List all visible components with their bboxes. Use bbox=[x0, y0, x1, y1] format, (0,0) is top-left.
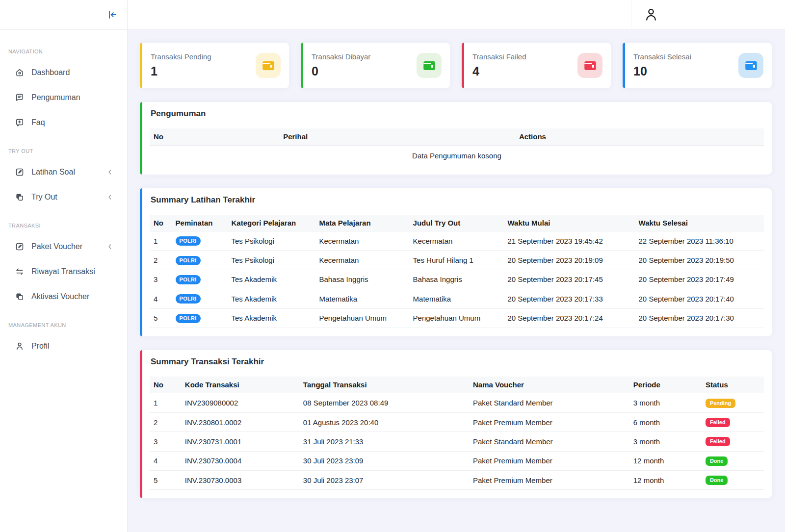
copy-icon bbox=[15, 192, 25, 202]
home-icon bbox=[15, 68, 25, 77]
cell-mata: Bahasa Inggris bbox=[315, 270, 409, 289]
cell-mulai: 20 September 2023 20:17:45 bbox=[503, 270, 634, 289]
stat-label: Transaksi Dibayar bbox=[312, 52, 370, 61]
cell-no: 2 bbox=[150, 251, 172, 270]
cell-peminatan: POLRI bbox=[172, 270, 228, 289]
column-header-mulai: Waktu Mulai bbox=[503, 215, 634, 231]
sidebar-item-latihan-soal[interactable]: Latihan Soal bbox=[0, 159, 127, 184]
stat-card-transaksi-pending: Transaksi Pending 1 bbox=[140, 43, 289, 88]
table-row: 1 INV2309080002 08 September 2023 08:49 … bbox=[150, 393, 764, 412]
column-header-kategori: Kategori Pelajaran bbox=[227, 215, 315, 231]
user-icon bbox=[643, 7, 659, 23]
cell-status: Done bbox=[702, 451, 764, 470]
sidebar-item-faq[interactable]: Faq bbox=[0, 110, 127, 135]
dashboard-content: Transaksi Pending 1 Transaksi Dibayar 0 bbox=[128, 30, 785, 532]
edit-box-icon bbox=[15, 167, 25, 177]
cell-selesai: 20 September 2023 20:19:50 bbox=[635, 251, 764, 270]
stat-value: 0 bbox=[312, 64, 370, 78]
status-badge: Failed bbox=[706, 418, 730, 427]
column-header-status: Status bbox=[702, 377, 764, 393]
edit-box-icon bbox=[15, 242, 25, 252]
sidebar-item-profil[interactable]: Profil bbox=[0, 333, 127, 358]
cell-kode: INV.230730.0003 bbox=[181, 471, 299, 490]
collapse-sidebar-button[interactable] bbox=[107, 9, 118, 20]
announcement-icon bbox=[15, 93, 25, 102]
cell-periode: 12 month bbox=[629, 471, 702, 490]
cell-judul: Bahasa Inggris bbox=[409, 270, 504, 289]
sidebar-item-label: Aktivasi Voucher bbox=[31, 292, 114, 301]
sidebar-item-label: Riwayat Transaksi bbox=[31, 267, 114, 276]
cell-judul: Pengetahuan Umum bbox=[409, 308, 504, 328]
cell-kategori: Tes Psikologi bbox=[227, 231, 315, 251]
cell-selesai: 20 September 2023 20:17:49 bbox=[635, 270, 764, 289]
stat-label: Transaksi Pending bbox=[151, 52, 211, 61]
sidebar-item-paket-voucher[interactable]: Paket Voucher bbox=[0, 234, 127, 259]
cell-no: 5 bbox=[150, 471, 181, 490]
sidebar-item-aktivasi-voucher[interactable]: Aktivasi Voucher bbox=[0, 284, 127, 309]
user-menu-button[interactable] bbox=[643, 7, 659, 23]
cell-mulai: 20 September 2023 20:17:33 bbox=[503, 289, 634, 308]
sidebar-item-dashboard[interactable]: Dashboard bbox=[0, 60, 127, 85]
nav-section-label: MANAGEMENT AKUN bbox=[0, 322, 127, 329]
wallet-icon bbox=[256, 53, 281, 78]
cell-no: 4 bbox=[150, 451, 181, 470]
stat-info: Transaksi Dibayar 0 bbox=[312, 52, 370, 78]
cell-voucher: Paket Premium Member bbox=[469, 451, 629, 470]
column-header-actions: Actions bbox=[515, 128, 764, 145]
cell-status: Done bbox=[702, 471, 764, 490]
sidebar-item-label: Try Out bbox=[31, 193, 106, 202]
summary-transaksi-title: Summary Transaksi Terakhir bbox=[151, 357, 764, 367]
cell-kategori: Tes Akademik bbox=[227, 270, 315, 289]
collapse-sidebar-icon bbox=[107, 9, 118, 20]
column-header-judul: Judul Try Out bbox=[409, 215, 504, 231]
column-header-peminatan: Peminatan bbox=[172, 215, 228, 231]
stat-card-transaksi-selesai: Transaksi Selesai 10 bbox=[623, 43, 772, 88]
table-row: 2 POLRI Tes Psikologi Kecermatan Tes Hur… bbox=[150, 251, 764, 270]
table-row: 2 INV.230801.0002 01 Agustus 2023 20:40 … bbox=[150, 412, 764, 431]
summary-transaksi-card: Summary Transaksi Terakhir No Kode Trans… bbox=[140, 350, 772, 498]
cell-periode: 12 month bbox=[629, 451, 702, 470]
sidebar-item-label: Faq bbox=[31, 118, 114, 127]
cell-kode: INV2309080002 bbox=[181, 393, 299, 412]
summary-latihan-card: Summary Latihan Terakhir No Peminatan Ka… bbox=[140, 188, 772, 336]
sidebar-item-pengumuman[interactable]: Pengumuman bbox=[0, 85, 127, 110]
main-column: Transaksi Pending 1 Transaksi Dibayar 0 bbox=[128, 0, 785, 532]
cell-tanggal: 01 Agustus 2023 20:40 bbox=[299, 412, 469, 431]
transfer-icon bbox=[15, 267, 25, 277]
cell-periode: 3 month bbox=[629, 432, 702, 451]
cell-mata: Kecermatan bbox=[315, 251, 409, 270]
nav-section-label: TRY OUT bbox=[0, 148, 127, 154]
cell-no: 1 bbox=[150, 393, 181, 412]
person-icon bbox=[15, 341, 25, 351]
table-row: 3 INV.230731.0001 31 Juli 2023 21:33 Pak… bbox=[150, 432, 764, 451]
sidebar-item-riwayat-transaksi[interactable]: Riwayat Transaksi bbox=[0, 259, 127, 284]
topbar bbox=[128, 0, 785, 30]
cell-judul: Kecermatan bbox=[409, 231, 504, 251]
cell-peminatan: POLRI bbox=[172, 251, 228, 270]
peminatan-badge: POLRI bbox=[176, 275, 201, 284]
cell-kategori: Tes Akademik bbox=[227, 308, 315, 328]
column-header-mata: Mata Pelajaran bbox=[315, 215, 409, 231]
stat-value: 1 bbox=[151, 64, 211, 78]
peminatan-badge: POLRI bbox=[176, 256, 201, 265]
sidebar-nav: NAVIGATION Dashboard Pengumuman Faq bbox=[0, 30, 127, 358]
cell-kode: INV.230731.0001 bbox=[181, 432, 299, 451]
sidebar-header bbox=[0, 0, 127, 30]
column-header-selesai: Waktu Selesai bbox=[635, 215, 764, 231]
column-header-no: No bbox=[150, 128, 279, 145]
cell-status: Failed bbox=[702, 432, 764, 451]
sidebar-item-try-out[interactable]: Try Out bbox=[0, 184, 127, 209]
table-row: 4 INV.230730.0004 30 Juli 2023 23:09 Pak… bbox=[150, 451, 764, 470]
nav-section-navigation: NAVIGATION Dashboard Pengumuman Faq bbox=[0, 49, 127, 135]
stat-value: 4 bbox=[472, 64, 526, 78]
table-row: 5 POLRI Tes Akademik Pengetahuan Umum Pe… bbox=[150, 308, 764, 328]
cell-no: 5 bbox=[150, 308, 172, 328]
cell-tanggal: 08 September 2023 08:49 bbox=[299, 393, 469, 412]
stat-info: Transaksi Selesai 10 bbox=[633, 52, 691, 78]
cell-tanggal: 30 Juli 2023 23:09 bbox=[299, 451, 469, 470]
cell-kode: INV.230801.0002 bbox=[181, 412, 299, 431]
sidebar-item-label: Profil bbox=[31, 342, 114, 351]
pengumuman-table: No Perihal Actions Data Pengumuman koson… bbox=[150, 128, 764, 166]
topbar-user-area bbox=[631, 0, 785, 29]
cell-peminatan: POLRI bbox=[172, 308, 228, 328]
